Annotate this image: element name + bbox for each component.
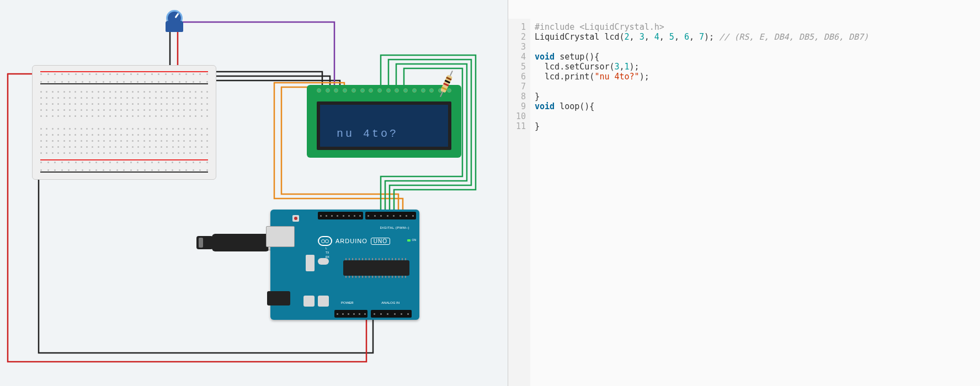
atmega-chip — [343, 260, 409, 276]
code-pane: 1234567891011 #include <LiquidCrystal.h>… — [508, 0, 980, 386]
digital-header-left[interactable] — [318, 212, 363, 219]
digital-section-label: DIGITAL (PWM~) — [380, 226, 410, 229]
reset-button[interactable] — [292, 215, 299, 222]
code-editor[interactable]: 1234567891011 #include <LiquidCrystal.h>… — [508, 19, 980, 386]
wires-layer — [0, 0, 508, 386]
line-gutter: 1234567891011 — [508, 19, 530, 386]
analog-header[interactable] — [371, 310, 412, 318]
breadboard[interactable] — [32, 65, 216, 180]
on-led — [407, 239, 411, 242]
potentiometer[interactable] — [166, 10, 183, 32]
arduino-uno[interactable]: DIGITAL (PWM~) POWER ANALOG IN ARDUINO U… — [270, 210, 419, 320]
barrel-jack — [267, 291, 290, 305]
power-header[interactable] — [334, 310, 368, 318]
tx-rx-l-labels: L TX RX — [326, 246, 329, 259]
lcd-row-0 — [337, 110, 448, 126]
lcd-pin-header — [317, 88, 451, 97]
digital-header-right[interactable] — [365, 212, 416, 219]
lcd-screen: nu 4to? — [317, 101, 451, 150]
usb-port — [266, 226, 295, 247]
analog-section-label: ANALOG IN — [381, 301, 400, 304]
arduino-brand: ARDUINO UNO — [318, 236, 390, 246]
lcd-module[interactable]: nu 4to? — [307, 85, 461, 158]
power-section-label: POWER — [341, 301, 354, 304]
circuit-canvas[interactable]: nu 4to? DIGITAL (PWM~) — [0, 0, 508, 386]
lcd-row-1: nu 4to? — [337, 126, 448, 141]
on-label: ON — [412, 238, 417, 242]
code-body[interactable]: #include <LiquidCrystal.h>LiquidCrystal … — [530, 19, 980, 386]
